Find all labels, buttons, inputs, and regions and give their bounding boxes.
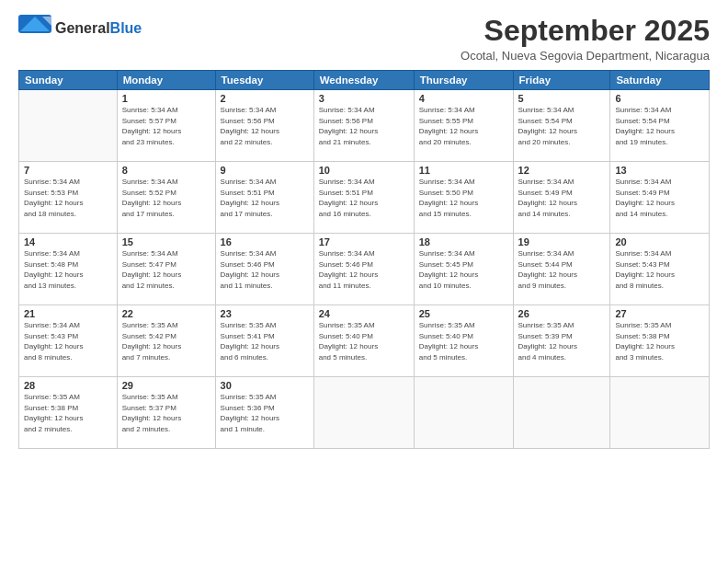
day-number: 20 [615, 236, 704, 247]
calendar-cell: 4Sunrise: 5:34 AM Sunset: 5:55 PM Daylig… [414, 90, 513, 162]
calendar-cell: 23Sunrise: 5:35 AM Sunset: 5:41 PM Dayli… [215, 305, 313, 377]
day-number: 6 [615, 93, 704, 104]
calendar-cell: 2Sunrise: 5:34 AM Sunset: 5:56 PM Daylig… [215, 90, 313, 162]
calendar-cell: 24Sunrise: 5:35 AM Sunset: 5:40 PM Dayli… [313, 305, 414, 377]
day-info: Sunrise: 5:35 AM Sunset: 5:40 PM Dayligh… [319, 320, 409, 362]
day-number: 3 [319, 93, 409, 104]
day-number: 8 [122, 165, 210, 176]
col-tuesday: Tuesday [215, 71, 313, 90]
day-info: Sunrise: 5:34 AM Sunset: 5:47 PM Dayligh… [122, 248, 210, 291]
day-number: 1 [122, 93, 210, 104]
day-info: Sunrise: 5:34 AM Sunset: 5:49 PM Dayligh… [518, 177, 606, 219]
calendar-cell: 9Sunrise: 5:34 AM Sunset: 5:51 PM Daylig… [215, 162, 313, 234]
calendar-cell: 7Sunrise: 5:34 AM Sunset: 5:53 PM Daylig… [19, 162, 118, 234]
calendar-week-1: 7Sunrise: 5:34 AM Sunset: 5:53 PM Daylig… [19, 162, 710, 234]
day-info: Sunrise: 5:35 AM Sunset: 5:37 PM Dayligh… [122, 392, 210, 434]
calendar-cell: 26Sunrise: 5:35 AM Sunset: 5:39 PM Dayli… [513, 305, 610, 377]
day-number: 17 [319, 236, 409, 247]
day-info: Sunrise: 5:35 AM Sunset: 5:42 PM Dayligh… [122, 320, 210, 362]
logo-blue: Blue [110, 20, 142, 36]
calendar-cell: 8Sunrise: 5:34 AM Sunset: 5:52 PM Daylig… [117, 162, 215, 234]
day-number: 19 [518, 236, 606, 247]
day-info: Sunrise: 5:34 AM Sunset: 5:56 PM Dayligh… [221, 105, 309, 147]
day-info: Sunrise: 5:35 AM Sunset: 5:39 PM Dayligh… [518, 320, 606, 362]
calendar-cell: 21Sunrise: 5:34 AM Sunset: 5:43 PM Dayli… [19, 305, 118, 377]
calendar-cell: 5Sunrise: 5:34 AM Sunset: 5:54 PM Daylig… [513, 90, 610, 162]
day-number: 21 [24, 308, 112, 319]
day-info: Sunrise: 5:34 AM Sunset: 5:55 PM Dayligh… [419, 105, 508, 147]
calendar-cell: 19Sunrise: 5:34 AM Sunset: 5:44 PM Dayli… [513, 234, 610, 305]
logo-icon [18, 15, 51, 42]
day-number: 11 [419, 165, 508, 176]
calendar-cell: 1Sunrise: 5:34 AM Sunset: 5:57 PM Daylig… [117, 90, 215, 162]
calendar-header-row: Sunday Monday Tuesday Wednesday Thursday… [19, 71, 710, 90]
day-info: Sunrise: 5:34 AM Sunset: 5:43 PM Dayligh… [24, 320, 112, 362]
header: GeneralBlue September 2025 Ocotal, Nueva… [18, 15, 710, 63]
month-title: September 2025 [461, 15, 710, 47]
day-number: 13 [615, 165, 704, 176]
calendar-cell: 3Sunrise: 5:34 AM Sunset: 5:56 PM Daylig… [313, 90, 414, 162]
calendar-cell: 27Sunrise: 5:35 AM Sunset: 5:38 PM Dayli… [610, 305, 710, 377]
calendar-cell: 6Sunrise: 5:34 AM Sunset: 5:54 PM Daylig… [610, 90, 710, 162]
calendar-cell: 30Sunrise: 5:35 AM Sunset: 5:36 PM Dayli… [215, 377, 313, 449]
calendar-cell [313, 377, 414, 449]
day-number: 26 [518, 308, 606, 319]
calendar-cell [513, 377, 610, 449]
day-number: 18 [419, 236, 508, 247]
day-info: Sunrise: 5:35 AM Sunset: 5:40 PM Dayligh… [419, 320, 508, 362]
day-number: 10 [319, 165, 409, 176]
day-number: 9 [221, 165, 309, 176]
day-number: 2 [221, 93, 309, 104]
day-number: 14 [24, 236, 112, 247]
col-friday: Friday [513, 71, 610, 90]
logo: GeneralBlue [18, 15, 142, 42]
day-info: Sunrise: 5:34 AM Sunset: 5:52 PM Dayligh… [122, 177, 210, 219]
day-info: Sunrise: 5:34 AM Sunset: 5:54 PM Dayligh… [518, 105, 606, 147]
calendar-week-0: 1Sunrise: 5:34 AM Sunset: 5:57 PM Daylig… [19, 90, 710, 162]
calendar-cell [610, 377, 710, 449]
calendar-cell [19, 90, 118, 162]
col-saturday: Saturday [610, 71, 710, 90]
day-number: 16 [221, 236, 309, 247]
calendar-week-3: 21Sunrise: 5:34 AM Sunset: 5:43 PM Dayli… [19, 305, 710, 377]
day-info: Sunrise: 5:34 AM Sunset: 5:51 PM Dayligh… [319, 177, 409, 219]
day-info: Sunrise: 5:34 AM Sunset: 5:57 PM Dayligh… [122, 105, 210, 147]
calendar-cell: 25Sunrise: 5:35 AM Sunset: 5:40 PM Dayli… [414, 305, 513, 377]
calendar-cell: 28Sunrise: 5:35 AM Sunset: 5:38 PM Dayli… [19, 377, 118, 449]
day-number: 25 [419, 308, 508, 319]
calendar-cell: 20Sunrise: 5:34 AM Sunset: 5:43 PM Dayli… [610, 234, 710, 305]
col-sunday: Sunday [19, 71, 118, 90]
day-info: Sunrise: 5:34 AM Sunset: 5:54 PM Dayligh… [615, 105, 704, 147]
calendar-cell: 10Sunrise: 5:34 AM Sunset: 5:51 PM Dayli… [313, 162, 414, 234]
calendar-cell: 13Sunrise: 5:34 AM Sunset: 5:49 PM Dayli… [610, 162, 710, 234]
day-number: 24 [319, 308, 409, 319]
day-info: Sunrise: 5:34 AM Sunset: 5:45 PM Dayligh… [419, 248, 508, 291]
logo-general: General [55, 20, 110, 36]
day-number: 5 [518, 93, 606, 104]
day-number: 23 [221, 308, 309, 319]
calendar-cell [414, 377, 513, 449]
page: GeneralBlue September 2025 Ocotal, Nueva… [0, 0, 728, 563]
calendar-cell: 22Sunrise: 5:35 AM Sunset: 5:42 PM Dayli… [117, 305, 215, 377]
calendar-cell: 15Sunrise: 5:34 AM Sunset: 5:47 PM Dayli… [117, 234, 215, 305]
day-number: 29 [122, 380, 210, 391]
day-number: 15 [122, 236, 210, 247]
day-number: 30 [221, 380, 309, 391]
day-info: Sunrise: 5:35 AM Sunset: 5:38 PM Dayligh… [615, 320, 704, 362]
calendar-cell: 12Sunrise: 5:34 AM Sunset: 5:49 PM Dayli… [513, 162, 610, 234]
day-info: Sunrise: 5:35 AM Sunset: 5:38 PM Dayligh… [24, 392, 112, 434]
day-info: Sunrise: 5:34 AM Sunset: 5:49 PM Dayligh… [615, 177, 704, 219]
day-info: Sunrise: 5:34 AM Sunset: 5:51 PM Dayligh… [221, 177, 309, 219]
calendar-cell: 17Sunrise: 5:34 AM Sunset: 5:46 PM Dayli… [313, 234, 414, 305]
day-info: Sunrise: 5:34 AM Sunset: 5:56 PM Dayligh… [319, 105, 409, 147]
title-area: September 2025 Ocotal, Nueva Segovia Dep… [461, 15, 710, 63]
calendar-cell: 11Sunrise: 5:34 AM Sunset: 5:50 PM Dayli… [414, 162, 513, 234]
calendar-table: Sunday Monday Tuesday Wednesday Thursday… [18, 70, 710, 449]
calendar-cell: 16Sunrise: 5:34 AM Sunset: 5:46 PM Dayli… [215, 234, 313, 305]
day-info: Sunrise: 5:34 AM Sunset: 5:50 PM Dayligh… [419, 177, 508, 219]
col-wednesday: Wednesday [313, 71, 414, 90]
day-info: Sunrise: 5:34 AM Sunset: 5:53 PM Dayligh… [24, 177, 112, 219]
subtitle: Ocotal, Nueva Segovia Department, Nicara… [461, 49, 710, 63]
calendar-week-4: 28Sunrise: 5:35 AM Sunset: 5:38 PM Dayli… [19, 377, 710, 449]
day-info: Sunrise: 5:34 AM Sunset: 5:46 PM Dayligh… [221, 248, 309, 291]
